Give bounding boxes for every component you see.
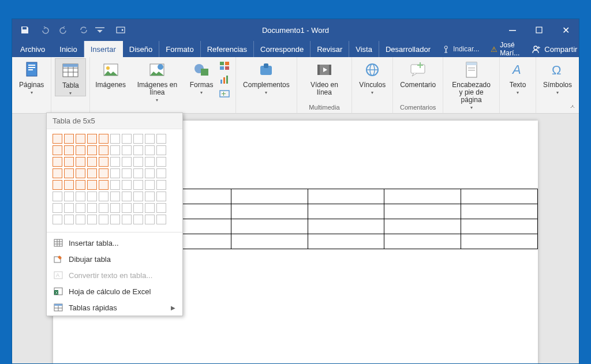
table-grid-picker[interactable] [47,129,182,230]
grid-cell[interactable] [122,134,132,144]
tab-file[interactable]: Archivo [12,41,53,57]
grid-cell[interactable] [156,180,166,190]
grid-cell[interactable] [156,192,166,201]
user-account[interactable]: ⚠ José Marí... [485,41,525,57]
grid-cell[interactable] [64,134,74,144]
grid-cell[interactable] [145,157,155,167]
grid-cell[interactable] [76,145,85,155]
grid-cell[interactable] [87,215,97,224]
grid-cell[interactable] [145,180,155,190]
grid-cell[interactable] [76,180,85,190]
grid-cell[interactable] [156,145,166,155]
grid-cell[interactable] [145,215,155,224]
pages-button[interactable]: Páginas▾ [16,58,47,95]
save-button[interactable] [17,22,33,38]
grid-cell[interactable] [53,203,62,213]
grid-cell[interactable] [122,203,132,213]
grid-cell[interactable] [53,168,62,178]
grid-cell[interactable] [76,192,85,201]
tab-review[interactable]: Revisar [311,41,349,57]
grid-cell[interactable] [76,168,85,178]
grid-cell[interactable] [76,215,85,224]
grid-cell[interactable] [76,157,85,167]
grid-cell[interactable] [64,215,74,224]
collapse-ribbon-button[interactable]: ㅅ [570,103,575,111]
tab-references[interactable]: Referencias [201,41,254,57]
smartart-button[interactable] [218,59,231,72]
repeat-button[interactable] [76,22,92,38]
tab-view[interactable]: Vista [349,41,379,57]
tab-home[interactable]: Inicio [53,41,84,57]
grid-cell[interactable] [133,215,143,224]
grid-cell[interactable] [53,180,62,190]
grid-cell[interactable] [64,180,74,190]
grid-cell[interactable] [87,134,97,144]
undo-button[interactable] [36,22,53,38]
tell-me-search[interactable]: Indicar... [437,45,485,53]
links-button[interactable]: Vínculos▾ [356,58,389,95]
grid-cell[interactable] [133,192,143,201]
maximize-button[interactable] [526,19,552,41]
online-pictures-button[interactable]: Imágenes en línea▾ [129,58,186,103]
grid-cell[interactable] [76,134,85,144]
grid-cell[interactable] [133,168,143,178]
grid-cell[interactable] [87,180,97,190]
grid-cell[interactable] [76,203,85,213]
insert-table-item[interactable]: Insertar tabla... [47,235,182,251]
grid-cell[interactable] [145,192,155,201]
grid-cell[interactable] [64,203,74,213]
redo-button[interactable] [56,22,72,38]
grid-cell[interactable] [64,192,74,201]
grid-cell[interactable] [156,203,166,213]
grid-cell[interactable] [99,192,109,201]
grid-cell[interactable] [99,168,109,178]
grid-cell[interactable] [156,134,166,144]
draw-table-item[interactable]: Dibujar tabla [47,251,182,267]
grid-cell[interactable] [110,145,120,155]
grid-cell[interactable] [122,145,132,155]
grid-cell[interactable] [87,192,97,201]
grid-cell[interactable] [87,203,97,213]
grid-cell[interactable] [122,180,132,190]
grid-cell[interactable] [110,134,120,144]
grid-cell[interactable] [64,168,74,178]
grid-cell[interactable] [110,192,120,201]
grid-cell[interactable] [53,215,62,224]
grid-cell[interactable] [99,180,109,190]
pictures-button[interactable]: Imágenes [93,58,128,89]
grid-cell[interactable] [133,157,143,167]
grid-cell[interactable] [110,215,120,224]
grid-cell[interactable] [53,192,62,201]
header-footer-button[interactable]: Encabezado y pie de página▾ [447,58,496,110]
online-video-button[interactable]: Vídeo en línea [301,58,348,96]
grid-cell[interactable] [110,168,120,178]
tab-insert[interactable]: Insertar [84,41,123,57]
screenshot-button[interactable] [218,87,231,100]
grid-cell[interactable] [156,157,166,167]
grid-cell[interactable] [110,203,120,213]
close-button[interactable]: ✕ [552,19,579,41]
grid-cell[interactable] [156,168,166,178]
grid-cell[interactable] [64,145,74,155]
grid-cell[interactable] [99,203,109,213]
table-button[interactable]: Tabla▾ [55,58,86,96]
grid-cell[interactable] [99,134,109,144]
grid-cell[interactable] [133,203,143,213]
grid-cell[interactable] [133,180,143,190]
grid-cell[interactable] [64,157,74,167]
grid-cell[interactable] [53,145,62,155]
grid-cell[interactable] [122,215,132,224]
grid-cell[interactable] [145,168,155,178]
grid-cell[interactable] [87,168,97,178]
grid-cell[interactable] [133,134,143,144]
text-button[interactable]: A Texto▾ [503,58,532,95]
symbols-button[interactable]: Ω Símbolos▾ [540,58,575,95]
quick-tables-item[interactable]: Tablas rápidas ▶ [47,299,182,316]
grid-cell[interactable] [110,180,120,190]
grid-cell[interactable] [53,134,62,144]
tab-format[interactable]: Formato [159,41,200,57]
grid-cell[interactable] [53,157,62,167]
grid-cell[interactable] [87,157,97,167]
tab-developer[interactable]: Desarrollador [379,41,437,57]
document-table[interactable] [154,189,538,249]
